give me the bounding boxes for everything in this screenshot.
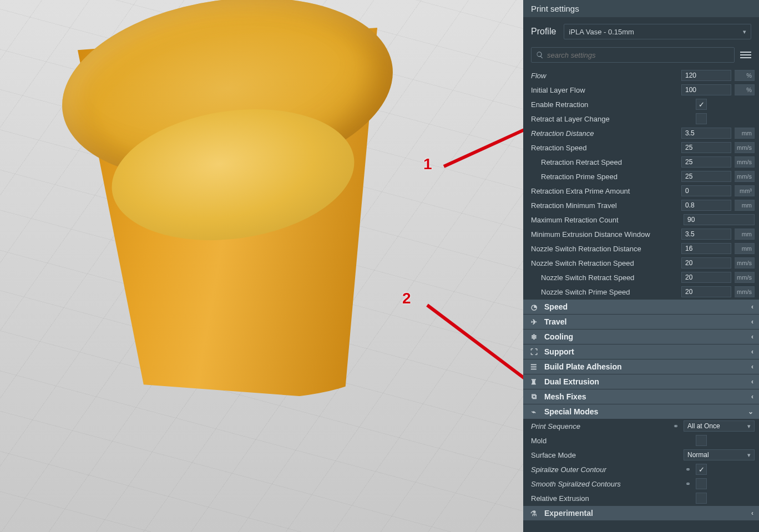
category-label: Mesh Fixes bbox=[544, 392, 586, 401]
mesh-fixes-icon: ⧉ bbox=[529, 392, 539, 401]
unit-label: mm³ bbox=[735, 185, 755, 196]
unit-label: mm/s bbox=[735, 142, 755, 153]
unit-label: mm/s bbox=[735, 286, 755, 297]
retraction-extra-prime-input[interactable] bbox=[681, 185, 731, 196]
retract-at-layer-change-checkbox[interactable] bbox=[696, 113, 707, 124]
panel-title: Print settings bbox=[523, 0, 759, 17]
setting-retraction-retract-speed: Retraction Retract Speed mm/s bbox=[523, 155, 759, 169]
category-label: Speed bbox=[544, 302, 568, 311]
setting-label: Spiralize Outer Contour bbox=[531, 465, 680, 474]
unit-label: mm bbox=[735, 229, 755, 240]
unit-label: mm bbox=[735, 200, 755, 211]
setting-nozzle-switch-retract-speed: Nozzle Switch Retract Speed mm/s bbox=[523, 270, 759, 285]
retraction-distance-input[interactable] bbox=[681, 128, 731, 139]
category-support[interactable]: ⛶ Support ‹ bbox=[523, 344, 759, 359]
category-build-plate-adhesion[interactable]: ☰ Build Plate Adhesion ‹ bbox=[523, 359, 759, 374]
search-input[interactable] bbox=[547, 51, 730, 59]
category-cooling[interactable]: ❄ Cooling ‹ bbox=[523, 329, 759, 344]
category-mesh-fixes[interactable]: ⧉ Mesh Fixes ‹ bbox=[523, 389, 759, 404]
setting-surface-mode: Surface Mode Normal ▾ bbox=[523, 448, 759, 462]
cooling-icon: ❄ bbox=[529, 333, 539, 341]
unit-label: mm bbox=[735, 128, 755, 139]
setting-retraction-min-travel: Retraction Minimum Travel mm bbox=[523, 198, 759, 212]
category-travel[interactable]: ✈ Travel ‹ bbox=[523, 314, 759, 329]
setting-nozzle-switch-prime-speed: Nozzle Switch Prime Speed mm/s bbox=[523, 285, 759, 299]
setting-retraction-prime-speed: Retraction Prime Speed mm/s bbox=[523, 169, 759, 184]
unit-label: mm/s bbox=[735, 156, 755, 168]
retraction-retract-speed-input[interactable] bbox=[681, 156, 731, 168]
adhesion-icon: ☰ bbox=[529, 363, 539, 371]
unit-label: mm/s bbox=[735, 272, 755, 283]
setting-print-sequence: Print Sequence ⚭ All at Once ▾ bbox=[523, 419, 759, 433]
setting-label: Nozzle Switch Retraction Speed bbox=[531, 259, 678, 267]
print-sequence-select[interactable]: All at Once ▾ bbox=[684, 420, 755, 432]
mold-checkbox[interactable] bbox=[696, 435, 707, 446]
enable-retraction-checkbox[interactable]: ✓ bbox=[696, 99, 707, 110]
print-settings-panel: Print settings Profile iPLA Vase - 0.15m… bbox=[523, 0, 759, 532]
surface-mode-select[interactable]: Normal ▾ bbox=[684, 449, 755, 460]
setting-retraction-extra-prime: Retraction Extra Prime Amount mm³ bbox=[523, 184, 759, 198]
relative-extrusion-checkbox[interactable] bbox=[696, 493, 707, 504]
nozzle-switch-retract-speed-input[interactable] bbox=[681, 272, 731, 283]
setting-retraction-speed: Retraction Speed mm/s bbox=[523, 140, 759, 155]
profile-row: Profile iPLA Vase - 0.15mm ▾ bbox=[523, 17, 759, 47]
settings-list[interactable]: Flow % Initial Layer Flow % Enable Retra… bbox=[523, 66, 759, 532]
special-modes-icon: ⌁ bbox=[529, 408, 539, 416]
retraction-speed-input[interactable] bbox=[681, 142, 731, 153]
setting-smooth-spiralized-contours: Smooth Spiralized Contours ⚭ bbox=[523, 477, 759, 491]
max-retraction-count-input[interactable] bbox=[684, 214, 755, 225]
setting-label: Retraction Speed bbox=[531, 144, 678, 152]
unit-label: mm bbox=[735, 243, 755, 254]
model-preview[interactable] bbox=[39, 0, 383, 405]
category-label: Dual Extrusion bbox=[544, 377, 599, 386]
chevron-down-icon: ▾ bbox=[747, 423, 751, 430]
chevron-left-icon: ‹ bbox=[751, 318, 753, 326]
link-icon[interactable]: ⚭ bbox=[684, 480, 692, 488]
chevron-left-icon: ‹ bbox=[751, 363, 753, 371]
unit-label: % bbox=[735, 84, 755, 95]
setting-label: Maximum Retraction Count bbox=[531, 216, 680, 224]
settings-menu-button[interactable] bbox=[740, 49, 751, 60]
nozzle-switch-retraction-distance-input[interactable] bbox=[681, 243, 731, 254]
retraction-prime-speed-input[interactable] bbox=[681, 171, 731, 182]
profile-select[interactable]: iPLA Vase - 0.15mm ▾ bbox=[564, 24, 751, 39]
chevron-left-icon: ‹ bbox=[751, 378, 753, 386]
link-icon[interactable]: ⚭ bbox=[671, 422, 680, 430]
category-label: Build Plate Adhesion bbox=[544, 362, 622, 371]
setting-initial-layer-flow: Initial Layer Flow % bbox=[523, 83, 759, 97]
nozzle-switch-prime-speed-input[interactable] bbox=[681, 286, 731, 297]
setting-max-retraction-count: Maximum Retraction Count bbox=[523, 212, 759, 227]
support-icon: ⛶ bbox=[529, 348, 539, 356]
chevron-down-icon: ▾ bbox=[747, 452, 751, 459]
category-speed[interactable]: ◔ Speed ‹ bbox=[523, 299, 759, 314]
spiralize-checkbox[interactable]: ✓ bbox=[696, 464, 707, 475]
min-extrusion-window-input[interactable] bbox=[681, 229, 731, 240]
chevron-left-icon: ‹ bbox=[751, 348, 753, 356]
initial-layer-flow-input[interactable] bbox=[681, 84, 731, 95]
category-experimental[interactable]: ⚗ Experimental ‹ bbox=[523, 505, 759, 520]
category-label: Special Modes bbox=[544, 407, 598, 416]
setting-relative-extrusion: Relative Extrusion bbox=[523, 491, 759, 505]
setting-label: Enable Retraction bbox=[531, 100, 692, 109]
nozzle-switch-retraction-speed-input[interactable] bbox=[681, 257, 731, 268]
setting-label: Retraction Minimum Travel bbox=[531, 201, 678, 210]
category-special-modes[interactable]: ⌁ Special Modes ⌄ bbox=[523, 404, 759, 419]
viewport-3d[interactable]: 1 2 bbox=[0, 0, 523, 532]
setting-label: Print Sequence bbox=[531, 422, 668, 430]
setting-label: Retraction Extra Prime Amount bbox=[531, 187, 678, 195]
retraction-min-travel-input[interactable] bbox=[681, 200, 731, 211]
setting-retraction-distance: Retraction Distance mm bbox=[523, 126, 759, 140]
chevron-left-icon: ‹ bbox=[751, 509, 753, 517]
select-value: Normal bbox=[687, 451, 709, 459]
setting-label: Nozzle Switch Retract Speed bbox=[531, 273, 678, 282]
smooth-spiralized-checkbox[interactable] bbox=[696, 478, 707, 489]
link-icon[interactable]: ⚭ bbox=[684, 465, 692, 473]
setting-spiralize-outer-contour: Spiralize Outer Contour ⚭ ✓ bbox=[523, 462, 759, 477]
flow-input[interactable] bbox=[681, 70, 731, 81]
category-label: Cooling bbox=[544, 332, 573, 341]
setting-label: Mold bbox=[531, 437, 692, 445]
setting-flow: Flow % bbox=[523, 68, 759, 83]
search-input-wrap[interactable] bbox=[531, 47, 735, 63]
category-dual-extrusion[interactable]: ♜ Dual Extrusion ‹ bbox=[523, 374, 759, 389]
setting-label: Retraction Retract Speed bbox=[531, 158, 678, 166]
